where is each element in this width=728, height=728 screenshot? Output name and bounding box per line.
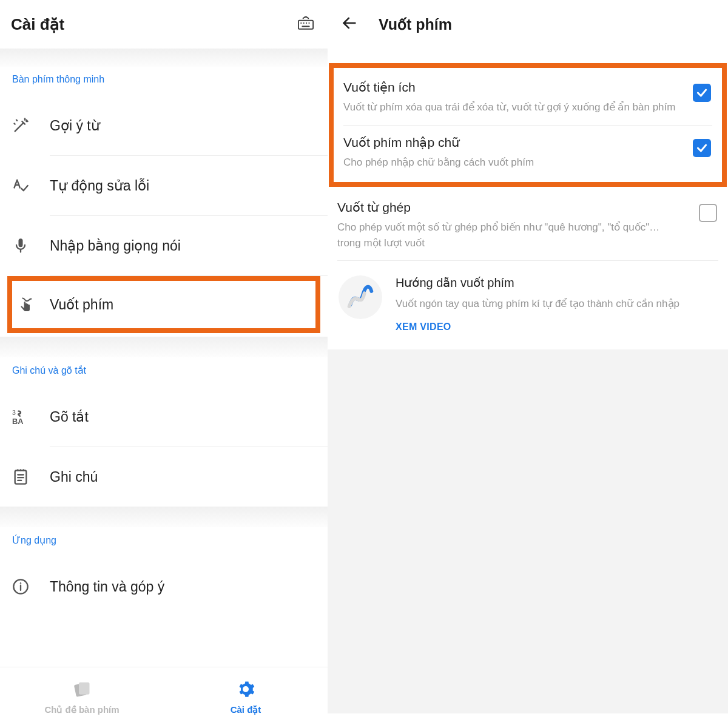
tab-settings[interactable]: Cài đặt — [164, 667, 328, 728]
option-desc: Vuốt từ phím xóa qua trái để xóa từ, vuố… — [343, 99, 678, 115]
tab-label: Cài đặt — [231, 704, 261, 715]
swipe-settings-pane: Vuốt phím Vuốt tiện ích Vuốt từ phím xóa… — [328, 0, 728, 728]
swipe-header: Vuốt phím — [328, 0, 728, 49]
item-label: Tự động sửa lỗi — [50, 178, 149, 194]
svg-point-17 — [20, 582, 21, 584]
highlight-swipe-options: Vuốt tiện ích Vuốt từ phím xóa qua trái … — [329, 63, 727, 187]
option-swipe-typing[interactable]: Vuốt phím nhập chữ Cho phép nhập chữ bằn… — [334, 126, 722, 180]
section-app: Ứng dụng — [0, 527, 328, 557]
bottom-tabs: Chủ đề bàn phím Cài đặt — [0, 667, 328, 728]
item-info-feedback[interactable]: Thông tin và góp ý — [0, 557, 328, 616]
section-notes-shortcuts: Ghi chú và gõ tắt — [0, 357, 328, 387]
item-swipe-typing[interactable]: Vuốt phím — [12, 281, 315, 328]
info-icon — [12, 578, 50, 595]
option-desc: Cho phép nhập chữ bằng cách vuốt phím — [343, 155, 678, 170]
option-swipe-utilities[interactable]: Vuốt tiện ích Vuốt từ phím xóa qua trái … — [334, 70, 722, 125]
svg-text:3: 3 — [12, 409, 16, 416]
item-label: Gợi ý từ — [50, 118, 100, 134]
keyboard-icon[interactable] — [297, 16, 314, 32]
option-title: Vuốt phím nhập chữ — [343, 135, 678, 150]
swipe-icon — [17, 296, 50, 313]
swipe-guide[interactable]: Hướng dẫn vuốt phím Vuốt ngón tay qua từ… — [328, 261, 728, 349]
swipe-title: Vuốt phím — [379, 16, 452, 33]
highlight-swipe-item: Vuốt phím — [7, 276, 320, 333]
checkbox-unchecked[interactable] — [699, 204, 717, 222]
svg-rect-0 — [298, 21, 313, 29]
shortcuts-icon: 3 BA — [12, 408, 50, 425]
guide-title: Hướng dẫn vuốt phím — [396, 275, 679, 290]
guide-link[interactable]: XEM VIDEO — [396, 322, 679, 332]
section-smart-keyboard: Bàn phím thông minh — [0, 67, 328, 96]
divider-strip — [0, 507, 328, 527]
tab-label: Chủ đề bàn phím — [44, 704, 119, 715]
item-shortcuts[interactable]: 3 BA Gõ tắt — [0, 387, 328, 447]
item-voice-input[interactable]: Nhập bằng giọng nói — [0, 216, 328, 275]
item-word-suggestion[interactable]: Gợi ý từ — [0, 96, 328, 155]
note-icon — [12, 468, 50, 485]
mic-icon — [12, 237, 50, 254]
divider-strip — [0, 49, 328, 67]
tab-themes[interactable]: Chủ đề bàn phím — [0, 667, 164, 728]
svg-text:BA: BA — [12, 417, 24, 425]
swipe-guide-icon — [339, 275, 382, 319]
item-label: Vuốt phím — [50, 297, 113, 313]
svg-rect-19 — [79, 682, 90, 695]
wand-icon — [12, 117, 50, 134]
item-label: Nhập bằng giọng nói — [50, 238, 181, 254]
guide-desc: Vuốt ngón tay qua từng phím kí tự để tạo… — [396, 296, 679, 312]
empty-area — [328, 349, 728, 713]
settings-pane: Cài đặt Bàn phím thông minh — [0, 0, 328, 728]
option-compound-swipe[interactable]: Vuốt từ ghép Cho phép vuốt một số từ ghé… — [328, 187, 728, 260]
themes-icon — [73, 680, 91, 701]
autocorrect-icon — [12, 177, 50, 194]
option-title: Vuốt tiện ích — [343, 80, 678, 95]
divider-strip — [0, 337, 328, 357]
item-notes[interactable]: Ghi chú — [0, 447, 328, 507]
settings-header: Cài đặt — [0, 0, 328, 49]
checkbox-checked[interactable] — [693, 139, 711, 157]
item-autocorrect[interactable]: Tự động sửa lỗi — [0, 156, 328, 215]
item-label: Thông tin và góp ý — [50, 579, 164, 595]
item-label: Ghi chú — [50, 469, 98, 485]
item-label: Gõ tắt — [50, 409, 89, 425]
settings-title: Cài đặt — [11, 15, 64, 34]
option-desc: Cho phép vuốt một số từ ghép phổ biến nh… — [337, 220, 684, 251]
option-title: Vuốt từ ghép — [337, 200, 684, 215]
checkbox-checked[interactable] — [693, 84, 711, 102]
svg-rect-7 — [19, 238, 23, 247]
gear-icon — [237, 680, 255, 701]
back-icon[interactable] — [341, 15, 358, 34]
